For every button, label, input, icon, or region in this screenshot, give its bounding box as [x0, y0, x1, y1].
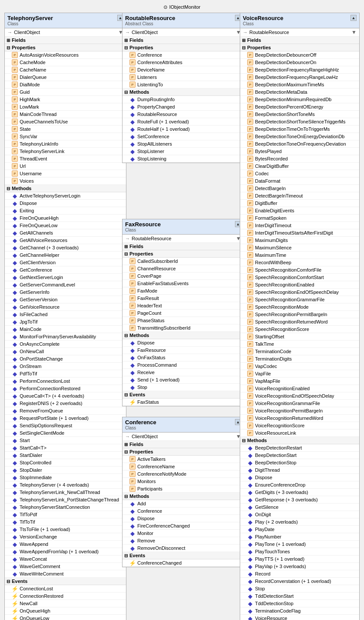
vr-prop-ClearDigitBuffer[interactable]: PClearDigitBuffer: [240, 163, 359, 170]
fr-prop-CalledSubscriberId[interactable]: PCalledSubscriberId: [122, 258, 244, 265]
item-SyncVar[interactable]: PSyncVar: [5, 133, 126, 140]
method-TelephonyServerLink-NewCallThread[interactable]: ◆TelephonyServerLink_NewCallThread: [5, 489, 126, 496]
fr-prop-PageCount[interactable]: PPageCount: [122, 310, 244, 317]
item-CacheName[interactable]: PCacheName: [5, 66, 126, 74]
vr-prop-FormatSpoken[interactable]: PFormatSpoken: [240, 215, 359, 222]
voice-resource-filter[interactable]: ▼: [351, 29, 357, 35]
vr-prop-BeepDetectionMetaData[interactable]: PBeepDetectionMetaData: [240, 89, 359, 96]
method-TelephonyServerLink-PortStateChangeThread[interactable]: ◆TelephonyServerLink_PortStateChangeThre…: [5, 496, 126, 504]
vr-prop-StartingOffset[interactable]: PStartingOffset: [240, 333, 359, 341]
conf-events-header[interactable]: ⊟ Events: [122, 552, 244, 559]
rr-prop-ConferenceAttributes[interactable]: PConferenceAttributes: [122, 59, 244, 66]
method-GetChannel[interactable]: ◆GetChannel (+ 3 overloads): [5, 244, 126, 252]
fr-method-OnFaxStatus[interactable]: ◆OnFaxStatus: [122, 354, 244, 361]
method-OnAsyncComplete[interactable]: ◆OnAsyncComplete: [5, 341, 126, 348]
vr-prop-SpeechRecognitionPermitBargeIn[interactable]: PSpeechRecognitionPermitBargeIn: [240, 311, 359, 318]
routable-methods-header[interactable]: ⊟ Methods: [122, 89, 244, 96]
conf-method-Add[interactable]: ◆Add: [122, 500, 244, 508]
item-DialerQueue[interactable]: PDialerQueue: [5, 74, 126, 81]
method-StartDialer[interactable]: ◆StartDialer: [5, 452, 126, 459]
vr-prop-TalkTime[interactable]: PTalkTime: [240, 341, 359, 348]
method-StopDialer[interactable]: ◆StopDialer: [5, 467, 126, 474]
method-RequestPortState[interactable]: ◆RequestPortState (+ 1 overload): [5, 415, 126, 422]
conf-method-Dispose[interactable]: ◆Dispose: [122, 515, 244, 522]
telephony-server-fields-header[interactable]: ⊞ Fields: [5, 37, 126, 44]
method-RemoveFromQueue[interactable]: ◆RemoveFromQueue: [5, 407, 126, 415]
method-QueueCall[interactable]: ◆QueueCall<T> (+ 4 overloads): [5, 392, 126, 400]
conf-event-ConferenceChanged[interactable]: ⚡ConferenceChanged: [122, 559, 244, 567]
fr-prop-CoverPage[interactable]: PCoverPage: [122, 273, 244, 280]
rr-method-StopListening[interactable]: ◆StopListening: [122, 155, 244, 163]
vr-prop-SpeechRecognitionComfortFile[interactable]: PSpeechRecognitionComfortFile: [240, 266, 359, 274]
vr-prop-SpeechRecognitionReturnedWord[interactable]: PSpeechRecognitionReturnedWord: [240, 318, 359, 326]
method-GetVoiceResource[interactable]: ◆GetVoiceResource: [5, 303, 126, 311]
fr-method-Dispose[interactable]: ◆Dispose: [122, 339, 244, 347]
method-WaveAppend[interactable]: ◆WaveAppend: [5, 541, 126, 548]
vr-prop-BytesRecorded[interactable]: PBytesRecorded: [240, 155, 359, 163]
item-QueueChannelsToUse[interactable]: PQueueChannelsToUse: [5, 118, 126, 126]
method-OnStream[interactable]: ◆OnStream: [5, 363, 126, 370]
vr-method-OnDigit[interactable]: ◆OnDigit: [240, 511, 359, 518]
conf-prop-ActiveTalkers[interactable]: PActiveTalkers: [122, 456, 244, 463]
rr-method-StopListener[interactable]: ◆StopListener: [122, 148, 244, 155]
vr-method-BeepDetectionRestart[interactable]: ◆BeepDetectionRestart: [240, 444, 359, 452]
method-OnPortStateChange[interactable]: ◆OnPortStateChange: [5, 355, 126, 363]
conf-fields-header[interactable]: ⊞ Fields: [122, 441, 244, 448]
item-Guid[interactable]: PGuid: [5, 89, 126, 96]
vr-method-GetSilence[interactable]: ◆GetSilence: [240, 504, 359, 511]
vr-prop-SpeechRecognitionGrammarFile[interactable]: PSpeechRecognitionGrammarFile: [240, 296, 359, 303]
method-WaveConcat[interactable]: ◆WaveConcat: [5, 555, 126, 563]
rr-method-SetConference[interactable]: ◆SetConference: [122, 133, 244, 140]
vr-method-PlayTTS[interactable]: ◆PlayTTS (+ 1 overload): [240, 555, 359, 563]
method-GetServerVersion[interactable]: ◆GetServerVersion: [5, 296, 126, 303]
method-GetChannelHelper[interactable]: ◆GetChannelHelper: [5, 252, 126, 259]
routable-fields-header[interactable]: ⊞ Fields: [122, 37, 244, 44]
vr-prop-SpeechRecognitionMode[interactable]: PSpeechRecognitionMode: [240, 303, 359, 311]
vr-prop-TerminationCode[interactable]: PTerminationCode: [240, 348, 359, 355]
fr-method-FaxResource[interactable]: ◆FaxResource: [122, 347, 244, 354]
vr-method-Stop[interactable]: ◆Stop: [240, 585, 359, 593]
event-OnQueueLow[interactable]: ⚡OnQueueLow: [5, 615, 126, 620]
method-PerformConnectionLost[interactable]: ◆PerformConnectionLost: [5, 378, 126, 385]
item-AutoAssignVoiceResources[interactable]: PAutoAssignVoiceResources: [5, 51, 126, 59]
vr-prop-MaximumDigits[interactable]: PMaximumDigits: [240, 237, 359, 244]
vr-method-PlayDate[interactable]: ◆PlayDate: [240, 526, 359, 533]
vr-method-Dispose[interactable]: ◆Dispose: [240, 474, 359, 481]
method-GetAllVoiceResources[interactable]: ◆GetAllVoiceResources: [5, 237, 126, 244]
rr-prop-ListentingTo[interactable]: PListentingTo: [122, 81, 244, 89]
vr-method-PlayTouchTones[interactable]: ◆PlayTouchTones: [240, 548, 359, 555]
fr-prop-PhaseStatus[interactable]: PPhaseStatus: [122, 317, 244, 324]
method-TtsToFile[interactable]: ◆TtsToFile (+ 1 overload): [5, 526, 126, 533]
fr-method-ProcessCommand[interactable]: ◆ProcessCommand: [122, 361, 244, 369]
vr-prop-BeepDetectionPercentOfEnergy[interactable]: PBeepDetectionPercentOfEnergy: [240, 103, 359, 111]
vr-prop-InterDigitTimeoutStartsAfterFirstDigit[interactable]: PInterDigitTimeoutStartsAfterFirstDigit: [240, 229, 359, 237]
vr-prop-MaximumSilence[interactable]: PMaximumSilence: [240, 244, 359, 252]
method-StartCallT[interactable]: ◆StartCall<T>: [5, 444, 126, 452]
method-Exiting[interactable]: ◆Exiting: [5, 207, 126, 215]
event-ConnectionLost[interactable]: ⚡ConnectionLost: [5, 585, 126, 593]
rr-method-DumpRoutingInfo[interactable]: ◆DumpRoutingInfo: [122, 96, 244, 103]
vr-prop-DetectBargeInTimeout[interactable]: PDetectBargeInTimeout: [240, 192, 359, 200]
item-Url[interactable]: PUrl: [5, 163, 126, 170]
vr-prop-BeepDetectionMaximumTimeMs[interactable]: PBeepDetectionMaximumTimeMs: [240, 81, 359, 89]
rr-prop-Listeners[interactable]: PListeners: [122, 74, 244, 81]
rr-method-RouteFull[interactable]: ◆RouteFull (+ 1 overload): [122, 118, 244, 126]
vr-method-GetDigits[interactable]: ◆GetDigits (+ 3 overloads): [240, 489, 359, 496]
vr-prop-BeepDetectionFrequencyRangeLowHz[interactable]: PBeepDetectionFrequencyRangeLowHz: [240, 74, 359, 81]
rr-method-PropertyChanged[interactable]: ◆PropertyChanged: [122, 103, 244, 111]
fr-prop-TransmittingSubscriberId[interactable]: PTransmittingSubscriberId: [122, 324, 244, 332]
conf-properties-header[interactable]: ⊟ Properties: [122, 448, 244, 456]
telephony-server-properties-header[interactable]: ⊟ Properties: [5, 44, 126, 51]
fr-prop-EnableFaxStatusEvents[interactable]: PEnableFaxStatusEvents: [122, 280, 244, 287]
method-GetAllChannels[interactable]: ◆GetAllChannels: [5, 229, 126, 237]
fr-method-Stop[interactable]: ◆Stop: [122, 384, 244, 391]
vr-prop-BeepDetectionShortToneSilenceTriggerMs[interactable]: PBeepDetectionShortToneSilenceTriggerMs: [240, 118, 359, 126]
conf-prop-ConferenceName[interactable]: PConferenceName: [122, 463, 244, 470]
event-ConnectionRestored[interactable]: ⚡ConnectionRestored: [5, 593, 126, 600]
vr-prop-DetectBargeIn[interactable]: PDetectBargeIn: [240, 185, 359, 192]
vr-method-EnsureConferenceDrop[interactable]: ◆EnsureConferenceDrop: [240, 481, 359, 489]
item-CacheMode[interactable]: PCacheMode: [5, 59, 126, 66]
method-SetSingleClientMode[interactable]: ◆SetSingleClientMode: [5, 429, 126, 437]
method-Start[interactable]: ◆Start: [5, 437, 126, 444]
item-HighMark[interactable]: PHighMark: [5, 96, 126, 103]
